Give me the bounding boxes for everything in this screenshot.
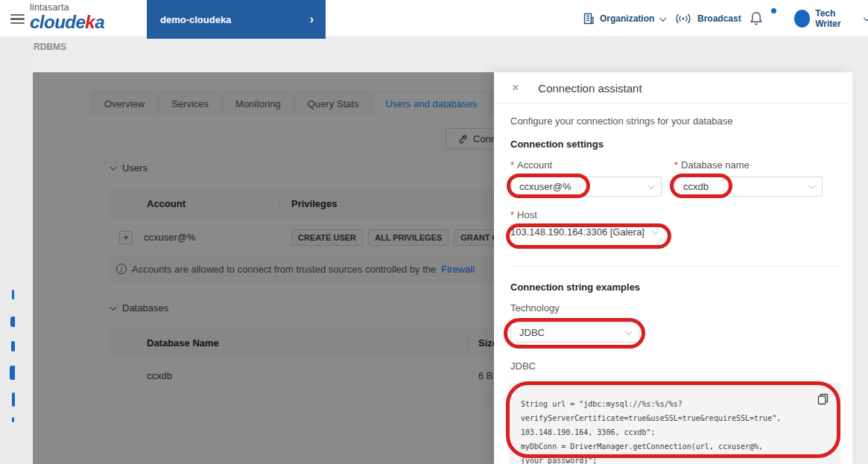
code-line: 103.148.190.164, 3306, ccxdb"; — [521, 425, 829, 439]
sidebar-icon-fragment — [11, 341, 15, 352]
broadcast-label: Broadcast — [697, 13, 741, 24]
sidebar-icon-fragment — [12, 417, 14, 422]
connection-settings-heading: Connection settings — [510, 139, 604, 150]
database-select-value: ccxdb — [683, 181, 709, 192]
organization-icon — [583, 13, 595, 25]
host-select[interactable]: 103.148.190.164:3306 [Galera] — [510, 226, 657, 238]
database-select[interactable]: ccxdb — [674, 177, 823, 197]
code-line: String url = "jdbc:mysql://%s:%s/%s? — [521, 397, 829, 411]
sidebar-icon-fragment — [10, 317, 15, 327]
broadcast-button[interactable]: Broadcast — [674, 0, 741, 37]
drawer-title: Connection assistant — [538, 82, 642, 95]
required-asterisk: * — [674, 159, 678, 171]
chevron-down-icon — [864, 14, 868, 21]
organization-menu[interactable]: Organization — [583, 0, 665, 37]
copy-icon[interactable] — [817, 393, 829, 405]
project-name: demo-cloudeka — [160, 14, 310, 25]
technology-select[interactable]: JDBC — [510, 322, 639, 343]
account-select-value: ccxuser@% — [519, 181, 571, 192]
sidebar-icon-fragment — [12, 393, 15, 407]
sidebar-collapsed — [0, 37, 33, 464]
host-field-label: *Host — [510, 209, 537, 220]
notification-bell[interactable] — [749, 0, 764, 37]
sidebar-icon-fragment — [12, 290, 14, 299]
organization-label: Organization — [600, 13, 654, 24]
chevron-down-icon — [659, 14, 667, 22]
logo-cloudeka: cloudeka — [30, 13, 104, 31]
required-asterisk: * — [510, 159, 514, 171]
broadcast-icon — [674, 13, 692, 25]
bell-icon — [749, 10, 764, 27]
chevron-down-icon — [647, 182, 655, 189]
chevron-down-icon — [808, 182, 816, 189]
database-field-label: *Database name — [674, 159, 750, 171]
drawer-overlay[interactable] — [33, 72, 494, 464]
account-field-label: *Account — [510, 159, 552, 171]
technology-label: Technology — [510, 302, 560, 314]
jdbc-code-block: String url = "jdbc:mysql://%s:%s/%s? ver… — [509, 383, 840, 464]
breadcrumb: RDBMS — [34, 42, 66, 52]
menu-icon[interactable] — [10, 14, 25, 24]
topbar: lintasarta cloudeka demo-cloudeka › Orga… — [0, 0, 868, 37]
chevron-down-icon — [652, 227, 659, 235]
code-line: verifyServerCertificate=true&useSSL=true… — [521, 411, 829, 425]
chevron-right-icon: › — [310, 13, 314, 26]
notification-dot — [771, 8, 776, 13]
connection-examples-heading: Connection string examples — [510, 282, 640, 293]
page: lintasarta cloudeka demo-cloudeka › Orga… — [0, 0, 868, 464]
code-line: myDbConn = DriverManager.getConnection(u… — [521, 439, 829, 464]
user-menu[interactable]: Tech Writer — [794, 0, 868, 37]
technology-select-value: JDBC — [519, 327, 545, 338]
host-select-value: 103.148.190.164:3306 [Galera] — [510, 226, 644, 238]
close-icon[interactable]: × — [512, 82, 519, 94]
section-divider — [509, 266, 840, 267]
avatar — [794, 10, 810, 28]
sidebar-icon-fragment — [10, 366, 15, 380]
logo[interactable]: lintasarta cloudeka — [30, 3, 104, 31]
project-selector[interactable]: demo-cloudeka › — [147, 0, 326, 39]
chevron-down-icon — [625, 328, 633, 335]
drawer-header: × Connection assistant — [494, 72, 852, 104]
connection-assistant-drawer: × Connection assistant Configure your co… — [494, 72, 852, 464]
required-asterisk: * — [510, 209, 514, 220]
jdbc-heading: JDBC — [510, 360, 536, 372]
drawer-description: Configure your connection strings for yo… — [510, 115, 732, 127]
account-select[interactable]: ccxuser@% — [510, 177, 662, 197]
user-name: Tech Writer — [815, 8, 858, 29]
